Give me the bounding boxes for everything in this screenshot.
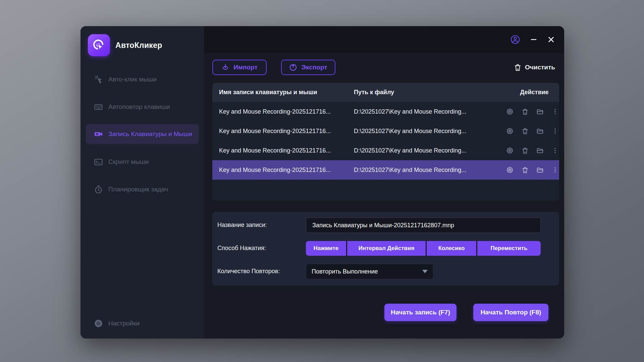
column-header-action: Действие — [507, 89, 559, 96]
sidebar-item-task-scheduler[interactable]: Планировщик задач — [86, 180, 199, 199]
click-method-segments: Нажмите Интервал Действия Колесико Перем… — [306, 241, 541, 256]
recording-name: Key and Mouse Recording-2025121716... — [219, 108, 331, 115]
open-folder-icon[interactable] — [536, 147, 544, 154]
export-label: Экспорт — [301, 64, 327, 71]
sidebar-item-label: Скрипт мыши — [108, 158, 149, 166]
import-label: Импорт — [233, 64, 257, 71]
recording-path: D:\20251027\Key and Mouse Recording... — [354, 108, 466, 115]
segment-press[interactable]: Нажмите — [306, 241, 346, 256]
titlebar — [204, 26, 564, 53]
column-header-name: Имя записи клавиатуры и мыши — [219, 89, 317, 96]
recording-path: D:\20251027\Key and Mouse Recording... — [354, 128, 466, 135]
view-record-icon[interactable] — [506, 166, 514, 174]
mouse-autoclick-icon — [94, 75, 103, 84]
sidebar-item-label: Запись Клавиатуры и Мыши — [108, 130, 192, 138]
segment-move[interactable]: Переместить — [477, 241, 541, 256]
app-title: АвтоКликер — [115, 41, 162, 50]
delete-icon[interactable] — [521, 166, 529, 174]
click-method-label: Способ Нажатия: — [217, 245, 266, 252]
segment-action-interval[interactable]: Интервал Действия — [347, 241, 426, 256]
sidebar-item-mouse-script[interactable]: Скрипт мыши — [86, 152, 199, 172]
account-icon[interactable] — [511, 35, 520, 44]
clear-button[interactable]: Очистить — [514, 60, 555, 75]
keyboard-icon — [94, 103, 103, 112]
export-icon — [289, 63, 297, 71]
more-options-icon[interactable] — [551, 127, 559, 135]
close-icon[interactable] — [547, 36, 555, 43]
sidebar-item-label: Автоповтор клавиши — [108, 103, 170, 111]
open-folder-icon[interactable] — [536, 108, 544, 115]
recording-name: Key and Mouse Recording-2025121716... — [219, 128, 331, 135]
recording-path: D:\20251027\Key and Mouse Recording... — [354, 147, 466, 154]
table-row[interactable]: Key and Mouse Recording-2025121716... D:… — [212, 102, 559, 121]
trash-icon — [514, 64, 522, 71]
repeat-count-value: Повторить Выполнение — [312, 268, 378, 275]
gear-icon — [94, 319, 103, 328]
view-record-icon[interactable] — [506, 127, 514, 135]
recordings-table: Имя записи клавиатуры и мыши Путь к файл… — [212, 83, 559, 201]
chevron-down-icon — [422, 270, 428, 273]
recording-name: Key and Mouse Recording-2025121716... — [219, 167, 331, 174]
segment-wheel[interactable]: Колесико — [427, 241, 476, 256]
table-row[interactable]: Key and Mouse Recording-2025121716... D:… — [212, 121, 559, 141]
app-logo-icon — [88, 34, 110, 56]
open-folder-icon[interactable] — [536, 166, 544, 174]
import-button[interactable]: Импорт — [212, 60, 267, 75]
table-header: Имя записи клавиатуры и мыши Путь к файл… — [212, 83, 559, 102]
sidebar-item-settings[interactable]: Настройки — [86, 314, 199, 333]
more-options-icon[interactable] — [551, 166, 559, 174]
recording-path: D:\20251027\Key and Mouse Recording... — [354, 167, 466, 174]
delete-icon[interactable] — [521, 147, 529, 154]
recording-name: Key and Mouse Recording-2025121716... — [219, 147, 331, 154]
table-row[interactable]: Key and Mouse Recording-2025121716... D:… — [212, 141, 559, 160]
terminal-icon — [94, 158, 103, 167]
column-header-path: Путь к файлу — [354, 89, 394, 96]
more-options-icon[interactable] — [551, 108, 559, 115]
record-name-value: Запись Клавиатуры и Мыши-20251217162807.… — [312, 222, 454, 229]
main-area: Импорт Экспорт Очистить Имя записи клави… — [204, 26, 564, 339]
start-replay-button[interactable]: Начать Повтор (F8) — [473, 304, 548, 321]
record-name-input[interactable]: Запись Клавиатуры и Мыши-20251217162807.… — [306, 218, 541, 233]
clear-label: Очистить — [525, 64, 555, 71]
export-button[interactable]: Экспорт — [281, 60, 335, 75]
sidebar-item-label: Планировщик задач — [108, 186, 168, 193]
delete-icon[interactable] — [521, 127, 529, 135]
minimize-icon[interactable] — [530, 36, 537, 43]
start-record-button[interactable]: Начать запись (F7) — [384, 304, 457, 321]
record-name-label: Название записи: — [217, 222, 267, 229]
repeat-count-label: Количество Повторов: — [217, 268, 280, 275]
table-row-selected[interactable]: Key and Mouse Recording-2025121716... D:… — [212, 160, 559, 180]
repeat-count-dropdown[interactable]: Повторить Выполнение — [306, 264, 433, 279]
app-window: АвтоКликер Авто-клик мыши Автоповтор кла… — [80, 26, 564, 339]
brand: АвтоКликер — [88, 34, 162, 56]
stopwatch-icon — [94, 185, 103, 194]
delete-icon[interactable] — [521, 108, 529, 115]
sidebar-item-auto-click[interactable]: Авто-клик мыши — [86, 70, 199, 89]
more-options-icon[interactable] — [551, 147, 559, 154]
open-folder-icon[interactable] — [536, 127, 544, 135]
sidebar-item-label: Авто-клик мыши — [108, 76, 157, 83]
sidebar-item-record-keyboard-mouse[interactable]: Запись Клавиатуры и Мыши — [86, 124, 199, 144]
sidebar-item-key-autorepeat[interactable]: Автоповтор клавиши — [86, 97, 199, 117]
sidebar: АвтоКликер Авто-клик мыши Автоповтор кла… — [80, 26, 204, 339]
import-icon — [221, 63, 229, 71]
sidebar-item-label: Настройки — [108, 320, 140, 327]
video-camera-icon — [94, 130, 103, 139]
view-record-icon[interactable] — [506, 147, 514, 154]
view-record-icon[interactable] — [506, 108, 514, 115]
recording-settings-panel: Название записи: Запись Клавиатуры и Мыш… — [212, 212, 559, 286]
